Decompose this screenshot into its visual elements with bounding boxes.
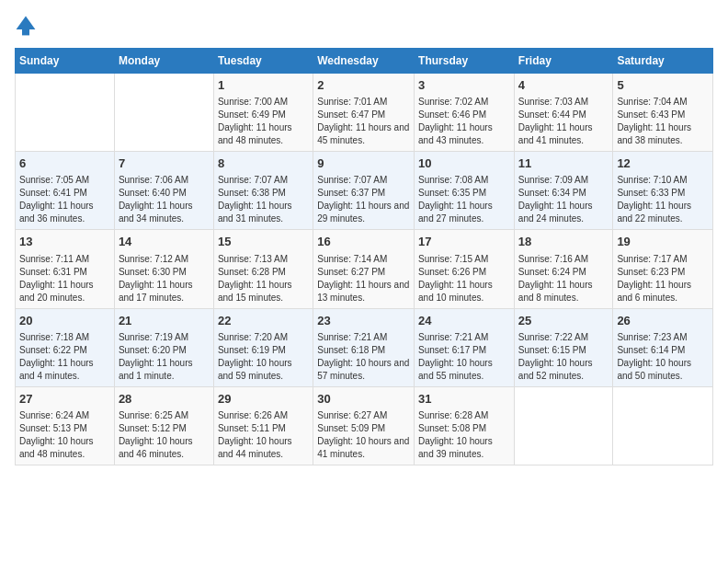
logo-icon [15, 15, 37, 37]
calendar-header-tuesday: Tuesday [213, 49, 313, 74]
day-number: 2 [317, 77, 410, 94]
calendar-cell: 6Sunrise: 7:05 AMSunset: 6:41 PMDaylight… [16, 152, 115, 230]
day-info: Sunrise: 7:10 AMSunset: 6:33 PMDaylight:… [617, 174, 709, 225]
day-number: 4 [518, 77, 609, 94]
day-number: 15 [218, 234, 309, 250]
day-number: 7 [119, 155, 210, 172]
calendar-header-monday: Monday [114, 49, 213, 74]
day-number: 13 [19, 234, 110, 250]
calendar-cell: 25Sunrise: 7:22 AMSunset: 6:15 PMDayligh… [514, 308, 613, 386]
day-info: Sunrise: 7:17 AMSunset: 6:23 PMDaylight:… [617, 253, 709, 304]
day-number: 19 [617, 234, 709, 250]
calendar-cell [514, 386, 613, 465]
day-number: 26 [617, 313, 709, 329]
day-info: Sunrise: 7:14 AMSunset: 6:27 PMDaylight:… [317, 253, 410, 304]
calendar-week-row: 27Sunrise: 6:24 AMSunset: 5:13 PMDayligh… [16, 386, 713, 465]
day-info: Sunrise: 7:21 AMSunset: 6:17 PMDaylight:… [418, 331, 510, 383]
calendar-cell: 20Sunrise: 7:18 AMSunset: 6:22 PMDayligh… [16, 308, 115, 386]
day-number: 8 [218, 155, 309, 172]
day-number: 30 [317, 391, 410, 408]
day-info: Sunrise: 7:19 AMSunset: 6:20 PMDaylight:… [119, 331, 210, 383]
calendar-table: SundayMondayTuesdayWednesdayThursdayFrid… [15, 48, 713, 465]
calendar-cell: 5Sunrise: 7:04 AMSunset: 6:43 PMDaylight… [613, 74, 713, 152]
day-number: 21 [119, 313, 210, 329]
day-number: 25 [518, 313, 609, 329]
day-number: 24 [418, 313, 510, 329]
day-number: 29 [218, 391, 309, 408]
day-info: Sunrise: 7:15 AMSunset: 6:26 PMDaylight:… [418, 253, 510, 304]
calendar-cell: 13Sunrise: 7:11 AMSunset: 6:31 PMDayligh… [16, 230, 115, 308]
calendar-week-row: 13Sunrise: 7:11 AMSunset: 6:31 PMDayligh… [16, 230, 713, 308]
day-info: Sunrise: 6:27 AMSunset: 5:09 PMDaylight:… [317, 409, 410, 461]
calendar-header-thursday: Thursday [415, 49, 515, 74]
day-info: Sunrise: 6:28 AMSunset: 5:08 PMDaylight:… [418, 409, 510, 461]
day-number: 11 [518, 155, 609, 172]
day-number: 27 [19, 391, 110, 408]
calendar-cell: 26Sunrise: 7:23 AMSunset: 6:14 PMDayligh… [613, 308, 713, 386]
day-info: Sunrise: 7:20 AMSunset: 6:19 PMDaylight:… [218, 331, 309, 383]
day-info: Sunrise: 7:09 AMSunset: 6:34 PMDaylight:… [518, 174, 609, 225]
day-info: Sunrise: 7:06 AMSunset: 6:40 PMDaylight:… [119, 174, 210, 225]
day-info: Sunrise: 7:04 AMSunset: 6:43 PMDaylight:… [617, 96, 709, 147]
calendar-cell: 23Sunrise: 7:21 AMSunset: 6:18 PMDayligh… [313, 308, 415, 386]
day-info: Sunrise: 7:07 AMSunset: 6:38 PMDaylight:… [218, 174, 309, 225]
calendar-header-sunday: Sunday [16, 49, 115, 74]
day-number: 23 [317, 313, 410, 329]
calendar-cell: 3Sunrise: 7:02 AMSunset: 6:46 PMDaylight… [415, 74, 515, 152]
calendar-cell: 30Sunrise: 6:27 AMSunset: 5:09 PMDayligh… [313, 386, 415, 465]
day-number: 6 [19, 155, 110, 172]
calendar-cell: 15Sunrise: 7:13 AMSunset: 6:28 PMDayligh… [213, 230, 313, 308]
calendar-header-friday: Friday [514, 49, 613, 74]
day-info: Sunrise: 7:01 AMSunset: 6:47 PMDaylight:… [317, 96, 410, 147]
calendar-cell: 19Sunrise: 7:17 AMSunset: 6:23 PMDayligh… [613, 230, 713, 308]
calendar-header-wednesday: Wednesday [313, 49, 415, 74]
calendar-cell: 1Sunrise: 7:00 AMSunset: 6:49 PMDaylight… [213, 74, 313, 152]
day-number: 9 [317, 155, 410, 172]
calendar-cell: 8Sunrise: 7:07 AMSunset: 6:38 PMDaylight… [213, 152, 313, 230]
svg-marker-0 [17, 17, 36, 29]
day-info: Sunrise: 7:16 AMSunset: 6:24 PMDaylight:… [518, 253, 609, 304]
day-info: Sunrise: 7:18 AMSunset: 6:22 PMDaylight:… [19, 331, 110, 383]
day-number: 3 [418, 77, 510, 94]
calendar-cell: 10Sunrise: 7:08 AMSunset: 6:35 PMDayligh… [415, 152, 515, 230]
day-number: 22 [218, 313, 309, 329]
day-info: Sunrise: 7:23 AMSunset: 6:14 PMDaylight:… [617, 331, 709, 383]
day-number: 14 [119, 234, 210, 250]
day-info: Sunrise: 7:00 AMSunset: 6:49 PMDaylight:… [218, 96, 309, 147]
calendar-header-saturday: Saturday [613, 49, 713, 74]
calendar-cell: 24Sunrise: 7:21 AMSunset: 6:17 PMDayligh… [415, 308, 515, 386]
calendar-cell [16, 74, 115, 152]
calendar-header-row: SundayMondayTuesdayWednesdayThursdayFrid… [16, 49, 713, 74]
calendar-cell: 22Sunrise: 7:20 AMSunset: 6:19 PMDayligh… [213, 308, 313, 386]
day-info: Sunrise: 6:24 AMSunset: 5:13 PMDaylight:… [19, 409, 110, 461]
calendar-cell: 21Sunrise: 7:19 AMSunset: 6:20 PMDayligh… [114, 308, 213, 386]
calendar-cell: 11Sunrise: 7:09 AMSunset: 6:34 PMDayligh… [514, 152, 613, 230]
calendar-cell: 31Sunrise: 6:28 AMSunset: 5:08 PMDayligh… [415, 386, 515, 465]
day-info: Sunrise: 7:05 AMSunset: 6:41 PMDaylight:… [19, 174, 110, 225]
day-info: Sunrise: 7:03 AMSunset: 6:44 PMDaylight:… [518, 96, 609, 147]
calendar-week-row: 20Sunrise: 7:18 AMSunset: 6:22 PMDayligh… [16, 308, 713, 386]
calendar-cell: 2Sunrise: 7:01 AMSunset: 6:47 PMDaylight… [313, 74, 415, 152]
calendar-cell: 27Sunrise: 6:24 AMSunset: 5:13 PMDayligh… [16, 386, 115, 465]
day-info: Sunrise: 7:08 AMSunset: 6:35 PMDaylight:… [418, 174, 510, 225]
day-number: 17 [418, 234, 510, 250]
day-number: 20 [19, 313, 110, 329]
calendar-cell [613, 386, 713, 465]
day-number: 16 [317, 234, 410, 250]
calendar-cell: 9Sunrise: 7:07 AMSunset: 6:37 PMDaylight… [313, 152, 415, 230]
calendar-cell: 4Sunrise: 7:03 AMSunset: 6:44 PMDaylight… [514, 74, 613, 152]
day-info: Sunrise: 6:26 AMSunset: 5:11 PMDaylight:… [218, 409, 309, 461]
day-number: 28 [119, 391, 210, 408]
day-info: Sunrise: 6:25 AMSunset: 5:12 PMDaylight:… [119, 409, 210, 461]
day-number: 5 [617, 77, 709, 94]
day-info: Sunrise: 7:12 AMSunset: 6:30 PMDaylight:… [119, 253, 210, 304]
calendar-cell: 18Sunrise: 7:16 AMSunset: 6:24 PMDayligh… [514, 230, 613, 308]
calendar-cell: 16Sunrise: 7:14 AMSunset: 6:27 PMDayligh… [313, 230, 415, 308]
day-number: 31 [418, 391, 510, 408]
calendar-cell: 14Sunrise: 7:12 AMSunset: 6:30 PMDayligh… [114, 230, 213, 308]
day-number: 18 [518, 234, 609, 250]
logo [15, 15, 40, 37]
calendar-cell: 12Sunrise: 7:10 AMSunset: 6:33 PMDayligh… [613, 152, 713, 230]
day-info: Sunrise: 7:13 AMSunset: 6:28 PMDaylight:… [218, 253, 309, 304]
day-info: Sunrise: 7:02 AMSunset: 6:46 PMDaylight:… [418, 96, 510, 147]
